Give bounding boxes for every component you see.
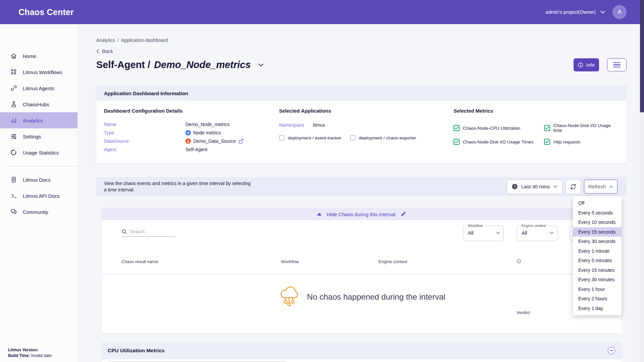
config-label-name: Name bbox=[104, 122, 185, 127]
external-link-icon[interactable] bbox=[238, 138, 244, 144]
time-range-value: Last 30 mins bbox=[521, 184, 550, 189]
search-input[interactable] bbox=[130, 229, 170, 234]
checkbox-unchecked-icon bbox=[279, 135, 284, 140]
menu-item-every-1-minute[interactable]: Every 1 minute bbox=[573, 246, 622, 256]
hide-chaos-toggle[interactable]: Hide Chaos during this interval bbox=[102, 208, 621, 220]
column-verdict: Verdict bbox=[517, 259, 521, 263]
minus-icon bbox=[610, 350, 613, 351]
info-icon bbox=[578, 62, 583, 68]
menu-item-every-15-minutes[interactable]: Every 15 minutes bbox=[573, 265, 622, 275]
namespace-label: Namespace bbox=[279, 122, 304, 128]
pencil-icon[interactable] bbox=[400, 212, 406, 217]
metric-cpu-utilization[interactable]: Chaos-Node-CPU Utilization bbox=[453, 123, 537, 133]
chevron-down-icon bbox=[553, 185, 557, 188]
checkbox-checked-icon bbox=[453, 125, 460, 131]
prometheus-icon bbox=[185, 138, 191, 144]
dashboard-information-card: Application Dashboard Information Dashbo… bbox=[96, 86, 627, 163]
checkbox-checked-icon bbox=[544, 125, 550, 131]
chevron-down-icon bbox=[600, 11, 605, 14]
refresh-rate-menu: Off Every 5 seconds Every 10 seconds Eve… bbox=[573, 196, 622, 315]
info-button[interactable]: Info bbox=[574, 58, 599, 71]
menu-item-every-1-day[interactable]: Every 1 day bbox=[573, 304, 622, 313]
sidebar: Home Litmus Workflows Litmus Agents Chao… bbox=[0, 24, 78, 362]
empty-state: No chaos happened during the interval bbox=[102, 285, 621, 309]
scrollbar-track[interactable] bbox=[640, 0, 644, 362]
chat-bubbles-icon bbox=[10, 208, 17, 215]
sidebar-item-litmus-docs[interactable]: Litmus Docs bbox=[0, 172, 77, 188]
checkbox-checked-icon bbox=[453, 139, 460, 145]
workflows-icon bbox=[10, 69, 17, 75]
menu-item-every-30-seconds[interactable]: Every 30 seconds bbox=[573, 237, 622, 246]
avatar[interactable]: A bbox=[612, 5, 627, 19]
menu-item-every-15-seconds[interactable]: Every 15 seconds bbox=[573, 227, 622, 237]
sidebar-item-usage-statistics[interactable]: Usage Statistics bbox=[0, 144, 77, 161]
metric-disk-io-times[interactable]: Chaos-Node-Disk I/O Usage Times bbox=[453, 139, 537, 145]
config-value-name: Demo_Node_metrics bbox=[185, 122, 279, 127]
menu-item-off[interactable]: Off bbox=[573, 198, 622, 208]
config-value-agent: Self-Agent bbox=[185, 147, 279, 152]
sidebar-item-home[interactable]: Home bbox=[0, 48, 77, 64]
namespace-value: litmus bbox=[313, 122, 325, 128]
refresh-now-button[interactable] bbox=[566, 180, 581, 194]
menu-item-every-30-minutes[interactable]: Every 30 minutes bbox=[573, 275, 622, 285]
main-content: Analytics/Application-dashboard Back Sel… bbox=[78, 24, 644, 362]
cpu-section-title: CPU Utilization Metrics bbox=[108, 348, 165, 354]
chevron-down-icon bbox=[258, 63, 264, 67]
table-divider bbox=[102, 274, 621, 274]
workflow-filter[interactable]: Workflow All bbox=[463, 226, 504, 241]
refresh-icon bbox=[570, 183, 577, 190]
hamburger-icon bbox=[613, 62, 621, 63]
column-workflow: Workflow bbox=[281, 259, 299, 264]
terminal-icon bbox=[10, 192, 17, 199]
config-value-type: Node metrics bbox=[185, 130, 279, 135]
chevron-down-icon bbox=[550, 232, 554, 234]
menu-item-every-5-seconds[interactable]: Every 5 seconds bbox=[573, 208, 622, 218]
metric-http-requests[interactable]: Http requests bbox=[544, 139, 619, 145]
sidebar-item-settings[interactable]: Settings bbox=[0, 128, 77, 144]
dashboard-menu-button[interactable] bbox=[607, 58, 627, 71]
clock-icon bbox=[512, 184, 518, 189]
menu-item-every-10-seconds[interactable]: Every 10 seconds bbox=[573, 218, 622, 227]
back-button[interactable]: Back bbox=[96, 48, 113, 54]
breadcrumb-application-dashboard: Application-dashboard bbox=[121, 38, 168, 43]
engine-context-filter[interactable]: Engine context All bbox=[517, 226, 557, 241]
sidebar-item-community[interactable]: Community bbox=[0, 204, 77, 220]
refresh-rate-button[interactable]: Refresh bbox=[584, 180, 618, 194]
breadcrumb: Analytics/Application-dashboard bbox=[96, 38, 168, 43]
time-range-select[interactable]: Last 30 mins bbox=[507, 180, 562, 194]
config-label-type: Type bbox=[104, 130, 185, 135]
empty-message: No chaos happened during the interval bbox=[307, 292, 445, 302]
menu-item-every-2-hours[interactable]: Every 2 hours bbox=[573, 294, 622, 304]
analytics-icon bbox=[10, 117, 17, 124]
version-info: Litmus Version: Build Time: Invalid date bbox=[8, 347, 52, 359]
sidebar-divider bbox=[8, 166, 77, 166]
dashboard-configuration-details: Dashboard Configuration Details Name Dem… bbox=[104, 108, 279, 152]
flask-icon bbox=[10, 101, 17, 108]
sidebar-item-litmus-api-docs[interactable]: Litmus API Docs bbox=[0, 188, 77, 204]
collapse-button[interactable] bbox=[608, 347, 615, 354]
info-icon[interactable] bbox=[517, 259, 521, 263]
column-chaos-result-name: Chaos result name bbox=[121, 259, 158, 264]
chaos-events-card: Hide Chaos during this interval Workflow… bbox=[102, 208, 621, 334]
checkbox-event-tracker[interactable]: deployment / event-tracker bbox=[279, 135, 341, 140]
breadcrumb-analytics[interactable]: Analytics bbox=[96, 38, 115, 43]
menu-item-every-5-minutes[interactable]: Every 5 minutes bbox=[573, 256, 622, 265]
sidebar-item-chaoshubs[interactable]: ChaosHubs bbox=[0, 96, 77, 112]
triangle-up-icon bbox=[317, 213, 322, 216]
checkbox-chaos-exporter[interactable]: deployment / chaos-exporter bbox=[350, 135, 416, 140]
dashboard-switcher-caret[interactable] bbox=[258, 63, 264, 67]
selected-applications: Selected Applications Namespace litmus d… bbox=[279, 108, 453, 152]
project-selector[interactable]: admin's project(Owner) bbox=[546, 9, 605, 15]
checkbox-unchecked-icon bbox=[350, 135, 356, 140]
config-value-datasource: Demo_Data_Source bbox=[185, 138, 279, 144]
sidebar-item-analytics[interactable]: Analytics bbox=[0, 112, 77, 128]
metric-disk-io-rw[interactable]: Chaos-Node-Disk I/O Usage R/W bbox=[544, 123, 619, 133]
config-label-datasource: DataSource bbox=[104, 138, 185, 144]
column-engine-context: Engine context bbox=[378, 259, 407, 264]
sidebar-item-litmus-workflows[interactable]: Litmus Workflows bbox=[0, 64, 77, 80]
config-label-agent: Agent bbox=[104, 147, 185, 152]
sidebar-item-litmus-agents[interactable]: Litmus Agents bbox=[0, 80, 77, 96]
menu-item-every-1-hour[interactable]: Every 1 hour bbox=[573, 285, 622, 294]
scrollbar-thumb[interactable] bbox=[640, 0, 644, 112]
time-interval-bar: View the chaos events and metrics in a g… bbox=[96, 177, 627, 196]
